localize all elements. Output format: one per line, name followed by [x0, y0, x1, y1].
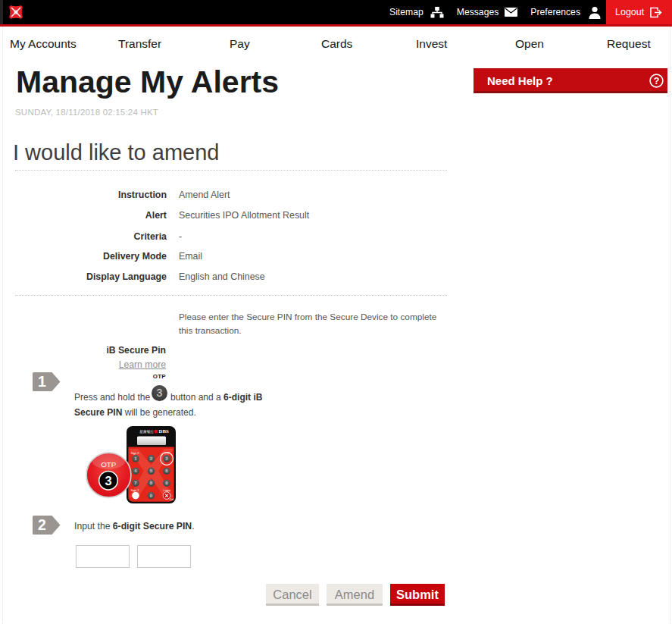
svg-text:3: 3 [105, 474, 111, 488]
svg-text:OTP: OTP [101, 460, 117, 469]
svg-text:Del: Del [170, 498, 174, 501]
svg-text:2: 2 [38, 516, 46, 533]
svg-text:?: ? [654, 76, 660, 86]
svg-text:Sign 1: Sign 1 [131, 489, 139, 492]
svg-text:Sign 2: Sign 2 [131, 452, 139, 455]
svg-text:Login: Login [164, 489, 170, 492]
svg-text:星展银行: 星展银行 [139, 429, 155, 434]
svg-text:DBS: DBS [159, 428, 169, 434]
svg-text:1: 1 [38, 373, 46, 390]
